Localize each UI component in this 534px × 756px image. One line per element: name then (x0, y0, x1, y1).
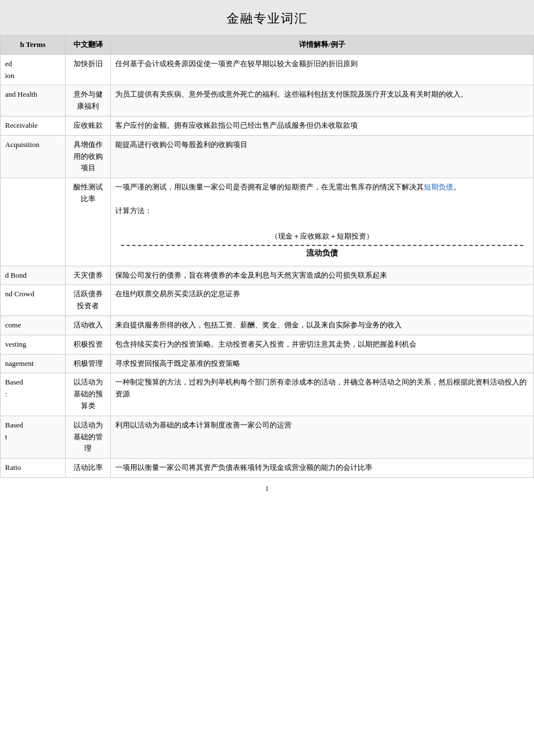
cell-detail-1: 为员工提供有关疾病、意外受伤或意外死亡的福利。这些福利包括支付医院及医疗开支以及… (111, 85, 534, 116)
cell-english-10: Based : (1, 373, 66, 416)
cell-chinese-3: 具增值作用的收购项目 (66, 135, 111, 178)
cell-english-4 (1, 178, 66, 266)
cell-detail-7: 来自提供服务所得的收入，包括工资、薪酬、奖金、佣金，以及来自实际参与业务的收入 (111, 316, 534, 335)
table-row: nd Crowd活跃债券投资者在纽约联票交易所买卖活跃的定息证券 (1, 285, 534, 316)
cell-chinese-10: 以活动为基础的预算类 (66, 373, 111, 416)
cell-english-6: nd Crowd (1, 285, 66, 316)
cell-detail-5: 保险公司发行的债券，旨在将债券的本金及利息与天然灾害造成的公司损失联系起来 (111, 266, 534, 285)
cell-detail-4: 一项严谨的测试，用以衡量一家公司是否拥有足够的短期资产，在无需出售库存的情况下解… (111, 178, 534, 266)
cell-english-8: vesting (1, 335, 66, 354)
cell-chinese-0: 加快折旧 (66, 54, 111, 85)
header-detail: 详情解释/例子 (111, 36, 534, 55)
header-chinese: 中文翻译 (66, 36, 111, 55)
formula-denominator: 流动负债 (115, 247, 529, 260)
cell-detail-0: 任何基于会计或税务原因促使一项资产在较早期以较大金额折旧的折旧原则 (111, 54, 534, 85)
cell-chinese-5: 天灾债券 (66, 266, 111, 285)
page-title: 金融专业词汇 (0, 0, 534, 35)
cell-detail-12: 一项用以衡量一家公司将其资产负债表账项转为现金或营业额的能力的会计比率 (111, 459, 534, 478)
cell-chinese-4: 酸性测试比率 (66, 178, 111, 266)
table-row: Ratio活动比率一项用以衡量一家公司将其资产负债表账项转为现金或营业额的能力的… (1, 459, 534, 478)
formula-divider (121, 245, 523, 246)
cell-chinese-11: 以活动为基础的管理 (66, 416, 111, 458)
cell-english-1: and Health (1, 85, 66, 116)
cell-english-7: come (1, 316, 66, 335)
table-row: nagement积极管理寻求投资回报高于既定基准的投资策略 (1, 354, 534, 373)
cell-detail-6: 在纽约联票交易所买卖活跃的定息证券 (111, 285, 534, 316)
table-row: ed ion加快折旧任何基于会计或税务原因促使一项资产在较早期以较大金额折旧的折… (1, 54, 534, 85)
cell-english-2: Receivable (1, 116, 66, 135)
cell-chinese-1: 意外与健康福利 (66, 85, 111, 116)
table-row: Based t以活动为基础的管理利用以活动为基础的成本计算制度改善一家公司的运营 (1, 416, 534, 458)
table-row: Based :以活动为基础的预算类一种制定预算的方法，过程为列举机构每个部门所有… (1, 373, 534, 416)
page-number: 1 (0, 478, 534, 500)
cell-english-0: ed ion (1, 54, 66, 85)
cell-detail-10: 一种制定预算的方法，过程为列举机构每个部门所有牵涉成本的活动，并确立各种活动之间… (111, 373, 534, 416)
cell-english-12: Ratio (1, 459, 66, 478)
header-english: h Terms (1, 36, 66, 55)
cell-chinese-8: 积极投资 (66, 335, 111, 354)
cell-detail-2: 客户应付的金额。拥有应收账款指公司已经出售产品或服务但仍未收取款项 (111, 116, 534, 135)
table-row: 酸性测试比率 一项严谨的测试，用以衡量一家公司是否拥有足够的短期资产，在无需出售… (1, 178, 534, 266)
table-row: vesting积极投资包含持续买卖行为的投资策略。主动投资者买入投资，并密切注意… (1, 335, 534, 354)
cell-detail-8: 包含持续买卖行为的投资策略。主动投资者买入投资，并密切注意其走势，以期把握盈利机… (111, 335, 534, 354)
cell-chinese-7: 活动收入 (66, 316, 111, 335)
formula-container: （现金＋应收账款＋短期投资） 流动负债 (115, 228, 529, 262)
main-table: h Terms 中文翻译 详情解释/例子 ed ion加快折旧任何基于会计或税务… (0, 35, 534, 478)
cell-chinese-6: 活跃债券投资者 (66, 285, 111, 316)
cell-detail-9: 寻求投资回报高于既定基准的投资策略 (111, 354, 534, 373)
cell-detail-3: 能提高进行收购公司每股盈利的收购项目 (111, 135, 534, 178)
table-row: come活动收入来自提供服务所得的收入，包括工资、薪酬、奖金、佣金，以及来自实际… (1, 316, 534, 335)
table-row: d Bond天灾债券保险公司发行的债券，旨在将债券的本金及利息与天然灾害造成的公… (1, 266, 534, 285)
cell-detail-11: 利用以活动为基础的成本计算制度改善一家公司的运营 (111, 416, 534, 458)
cell-english-5: d Bond (1, 266, 66, 285)
table-header-row: h Terms 中文翻译 详情解释/例子 (1, 36, 534, 55)
cell-chinese-9: 积极管理 (66, 354, 111, 373)
table-row: and Health意外与健康福利为员工提供有关疾病、意外受伤或意外死亡的福利。… (1, 85, 534, 116)
formula-numerator: （现金＋应收账款＋短期投资） (115, 231, 529, 243)
cell-english-11: Based t (1, 416, 66, 458)
acid-test-desc: 一项严谨的测试，用以衡量一家公司是否拥有足够的短期资产，在无需出售库存的情况下解… (115, 182, 529, 193)
cell-chinese-12: 活动比率 (66, 459, 111, 478)
cell-chinese-2: 应收账款 (66, 116, 111, 135)
table-row: Receivable应收账款客户应付的金额。拥有应收账款指公司已经出售产品或服务… (1, 116, 534, 135)
acid-test-calc-label: 计算方法： (115, 205, 529, 217)
table-row: Acquisition具增值作用的收购项目能提高进行收购公司每股盈利的收购项目 (1, 135, 534, 178)
cell-english-9: nagement (1, 354, 66, 373)
cell-english-3: Acquisition (1, 135, 66, 178)
